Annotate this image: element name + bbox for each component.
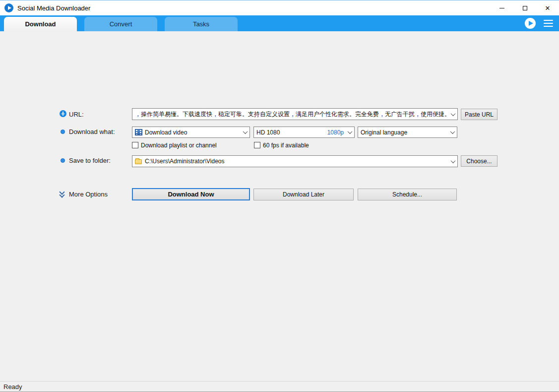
playlist-checkbox[interactable] bbox=[132, 142, 138, 148]
app-logo-icon bbox=[4, 3, 13, 12]
maximize-button[interactable] bbox=[513, 0, 536, 15]
tab-tasks[interactable]: Tasks bbox=[165, 17, 238, 31]
language-dropdown-icon bbox=[448, 127, 457, 137]
download-what-value: Download video bbox=[145, 129, 241, 136]
tab-convert-label: Convert bbox=[110, 20, 132, 28]
url-value: ，操作简单易懂。下载速度快，稳定可靠。支持自定义设置，满足用户个性化需求。完全免… bbox=[135, 110, 449, 119]
video-icon bbox=[135, 129, 142, 135]
choose-folder-button[interactable]: Choose... bbox=[461, 155, 497, 167]
schedule-button[interactable]: Schedule... bbox=[358, 189, 457, 200]
status-bar: Ready bbox=[0, 381, 559, 392]
more-options-chevron-icon[interactable] bbox=[59, 190, 66, 198]
tab-download[interactable]: Download bbox=[4, 17, 77, 31]
download-what-select[interactable]: Download video bbox=[132, 127, 250, 138]
maximize-icon bbox=[523, 6, 527, 10]
menu-icon[interactable] bbox=[543, 19, 554, 28]
quality-value: HD 1080 bbox=[256, 129, 327, 136]
quality-dropdown-icon bbox=[346, 127, 354, 137]
download-later-button[interactable]: Download Later bbox=[253, 189, 354, 200]
status-text: Ready bbox=[3, 383, 22, 391]
download-what-bullet-icon bbox=[61, 130, 65, 134]
fps-checkbox-label: 60 fps if available bbox=[263, 142, 309, 149]
window-controls: ✕ bbox=[491, 0, 559, 15]
playlist-checkbox-label: Download playlist or channel bbox=[141, 142, 217, 149]
tab-download-label: Download bbox=[25, 20, 56, 28]
url-input[interactable]: ，操作简单易懂。下载速度快，稳定可靠。支持自定义设置，满足用户个性化需求。完全免… bbox=[132, 108, 458, 120]
language-value: Original language bbox=[361, 129, 448, 136]
quality-select[interactable]: HD 1080 1080p bbox=[253, 127, 355, 138]
title-bar: Social Media Downloader ✕ bbox=[0, 0, 559, 15]
minimize-icon bbox=[499, 8, 504, 8]
save-folder-value: C:\Users\Administrator\Videos bbox=[145, 158, 449, 165]
add-url-icon bbox=[60, 110, 66, 117]
minimize-button[interactable] bbox=[491, 0, 513, 15]
url-dropdown-icon bbox=[449, 109, 457, 120]
quality-badge: 1080p bbox=[327, 129, 344, 136]
close-button[interactable]: ✕ bbox=[536, 0, 559, 15]
fps-checkbox[interactable] bbox=[254, 142, 260, 148]
tab-bar: Download Convert Tasks bbox=[0, 15, 559, 31]
paste-url-button[interactable]: Paste URL bbox=[461, 109, 497, 120]
url-label: URL: bbox=[69, 111, 84, 118]
download-what-label: Download what: bbox=[69, 128, 115, 135]
download-now-button[interactable]: Download Now bbox=[132, 188, 250, 200]
tabbar-right bbox=[525, 15, 559, 31]
download-what-dropdown-icon bbox=[241, 127, 249, 137]
save-folder-label: Save to folder: bbox=[69, 157, 111, 164]
tab-tasks-label: Tasks bbox=[193, 20, 209, 28]
save-folder-input[interactable]: C:\Users\Administrator\Videos bbox=[132, 155, 458, 167]
window-title: Social Media Downloader bbox=[17, 4, 90, 12]
tab-convert[interactable]: Convert bbox=[84, 17, 157, 31]
help-play-icon[interactable] bbox=[525, 18, 536, 29]
language-select[interactable]: Original language bbox=[358, 127, 457, 138]
more-options-label[interactable]: More Options bbox=[69, 191, 108, 198]
folder-icon bbox=[135, 159, 142, 164]
save-folder-bullet-icon bbox=[61, 158, 65, 163]
save-folder-dropdown-icon bbox=[449, 156, 457, 167]
